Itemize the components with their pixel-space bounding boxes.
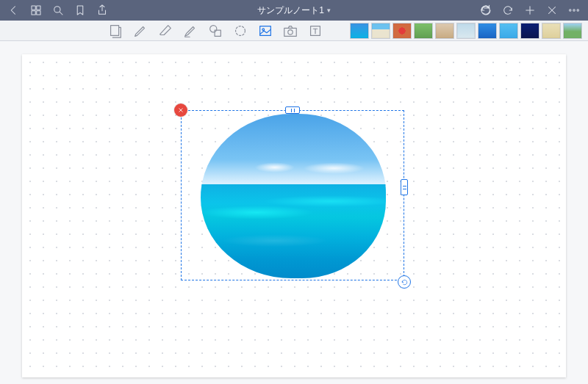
svg-rect-2 [32, 11, 35, 15]
bg-thumb-sky-blue[interactable] [478, 23, 497, 39]
share-icon[interactable] [96, 4, 109, 17]
bg-thumb-ocean-1[interactable] [350, 23, 369, 39]
redo-icon[interactable] [501, 4, 514, 17]
header-right [479, 4, 581, 17]
svg-point-19 [262, 28, 265, 30]
bg-thumb-autumn[interactable] [392, 23, 412, 39]
bg-thumb-meadow[interactable] [563, 23, 582, 39]
eraser-tool[interactable] [157, 23, 173, 39]
back-icon[interactable] [7, 4, 21, 17]
resize-handle-top[interactable] [285, 106, 300, 114]
pen-tool[interactable] [132, 23, 148, 39]
svg-point-12 [577, 10, 578, 11]
svg-rect-0 [32, 6, 35, 10]
readonly-tool[interactable] [107, 23, 123, 39]
bg-thumb-sand[interactable] [542, 23, 561, 39]
bg-thumb-wood[interactable] [435, 23, 454, 39]
document-title: サンプルノート1 [257, 4, 324, 17]
svg-rect-3 [37, 11, 40, 15]
svg-point-10 [570, 10, 571, 11]
tool-group [107, 23, 323, 39]
clipped-image[interactable] [201, 114, 386, 278]
background-thumbnails [350, 23, 582, 39]
lasso-tool[interactable] [232, 23, 248, 39]
bg-thumb-winter[interactable] [456, 23, 476, 39]
svg-line-5 [60, 12, 62, 15]
text-tool[interactable] [307, 23, 323, 39]
canvas-stage [0, 41, 588, 384]
bg-thumb-night[interactable] [520, 23, 539, 39]
svg-point-21 [288, 29, 293, 34]
image-sea [201, 184, 386, 278]
resize-handle-right[interactable] [401, 179, 408, 195]
svg-point-11 [573, 10, 575, 11]
rotate-handle[interactable] [398, 275, 411, 289]
svg-point-4 [54, 7, 60, 12]
delete-selection-button[interactable] [174, 104, 187, 117]
bg-thumb-ocean-2[interactable] [499, 23, 518, 39]
camera-tool[interactable] [282, 23, 298, 39]
svg-point-17 [236, 26, 245, 35]
undo-icon[interactable] [479, 4, 492, 17]
grid-icon[interactable] [29, 4, 43, 17]
bookmark-icon[interactable] [74, 4, 87, 17]
shape-tool[interactable] [207, 23, 223, 39]
search-icon[interactable] [51, 4, 65, 17]
note-page[interactable] [22, 54, 566, 377]
bg-thumb-beach[interactable] [371, 23, 390, 39]
svg-point-15 [210, 25, 217, 32]
bg-thumb-forest[interactable] [414, 23, 433, 39]
header-left [7, 4, 109, 17]
app-header: サンプルノート1 ▾ [0, 0, 588, 21]
editor-toolbar [0, 21, 588, 41]
selection-box[interactable] [181, 110, 404, 280]
image-tool[interactable] [257, 23, 273, 39]
chevron-down-icon: ▾ [327, 7, 331, 14]
svg-rect-20 [284, 28, 297, 36]
add-icon[interactable] [523, 4, 537, 17]
close-icon[interactable] [545, 4, 559, 17]
document-title-dropdown[interactable]: サンプルノート1 ▾ [257, 4, 331, 17]
more-icon[interactable] [567, 4, 581, 17]
svg-rect-13 [111, 25, 119, 35]
highlighter-tool[interactable] [182, 23, 198, 39]
image-clouds [201, 159, 386, 175]
svg-rect-1 [37, 6, 40, 10]
